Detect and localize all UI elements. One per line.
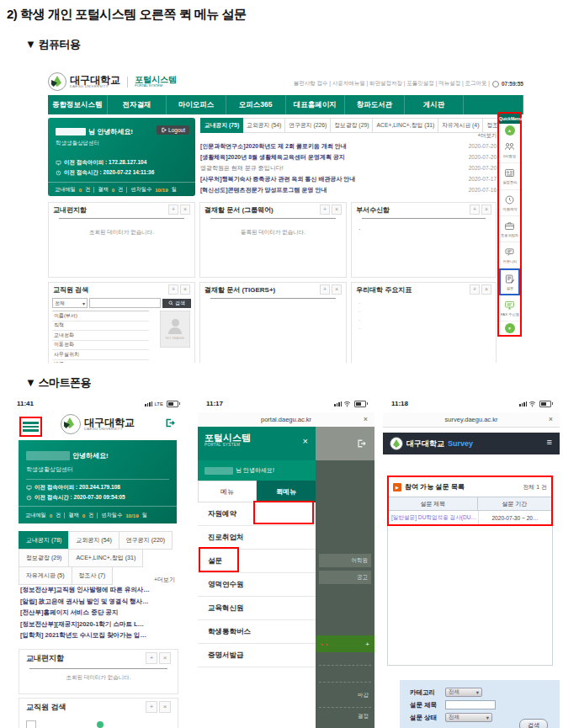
- notice-tab-6[interactable]: 정조사 (7): [72, 566, 114, 585]
- logout-button[interactable]: Logout: [157, 125, 189, 135]
- widget-add-button[interactable]: +: [168, 284, 178, 295]
- notice-tab-1[interactable]: 교외공지 (54): [68, 531, 119, 550]
- browser-url-bar[interactable]: portal.daegu.ac.kr ×: [198, 412, 374, 428]
- notice-row[interactable]: [인문과학연구소]2020학년도 제 2회 콜로키움 개최 안내 2020-07…: [200, 141, 497, 151]
- survey-title-input[interactable]: [445, 700, 496, 709]
- survey-link[interactable]: [일반설문] DU학업적응 검사(DU…: [389, 511, 478, 524]
- notice-tab-0[interactable]: 교내공지 (78): [19, 531, 69, 550]
- close-icon[interactable]: ×: [364, 415, 368, 423]
- widget-add-button[interactable]: +: [470, 205, 480, 215]
- notice-title[interactable]: [정보전산부]교직원 인사발령에 따른 유의사…: [20, 586, 182, 598]
- notice-title[interactable]: [인문과학연구소]2020학년도 제 2회 콜로키움 개최 안내: [200, 142, 347, 151]
- widget-add-button[interactable]: +: [470, 284, 480, 295]
- notice-row[interactable]: [사무처]행복기숙사 증축공사 관련 옥외 통신 배관공사 안내 2020-07…: [200, 173, 497, 184]
- nav-item-2[interactable]: 마이오피스: [167, 95, 226, 114]
- more-link[interactable]: +더보기: [477, 132, 497, 140]
- widget-close-button[interactable]: ×: [159, 701, 171, 713]
- notice-tab-3[interactable]: 정보광장 (29): [331, 118, 373, 133]
- more-link[interactable]: +더보기: [154, 576, 175, 584]
- notice-title[interactable]: [전산부]홈페이지 서비스 중단 공지: [20, 608, 182, 620]
- notice-tab-2[interactable]: 연구공지 (226): [285, 118, 331, 133]
- notice-title[interactable]: [정보전산부][재공지]2020-1학기 스마트 L…: [20, 620, 182, 632]
- widget-close-button[interactable]: ×: [159, 652, 171, 664]
- hamburger-menu-annotation-red-box[interactable]: [19, 417, 42, 437]
- close-icon[interactable]: ×: [549, 415, 553, 423]
- widget-close-button[interactable]: ×: [481, 284, 491, 295]
- quickmenu-item-career-center[interactable]: 진로취업처: [499, 216, 520, 242]
- quickmenu-item-fax-inbox[interactable]: FAX 수신함: [499, 295, 520, 321]
- widget-close-button[interactable]: ×: [332, 205, 342, 215]
- notice-row[interactable]: [생활체육]2020년 8월 생활체육교육센터 운영계획 공지 2020-07-…: [200, 151, 497, 162]
- notice-row[interactable]: 영광학원은 현재 분규 중입니다! 2020-07-20: [200, 162, 497, 173]
- widget-close-button[interactable]: ×: [180, 205, 190, 215]
- notice-tab-4[interactable]: ACE+,LINC+,창업 (31): [373, 118, 438, 133]
- mail-count: 0: [79, 187, 82, 193]
- leave-days-label[interactable]: 연차일수: [101, 512, 122, 519]
- notice-tab-4[interactable]: ACE+,LINC+,창업 (31): [68, 549, 143, 567]
- notice-title[interactable]: [사무처]행복기숙사 증축공사 관련 옥외 통신 배관공사 안내: [200, 175, 355, 183]
- mail-count-label[interactable]: 교내메일: [25, 512, 46, 519]
- drawer-item-yeongdeok-center[interactable]: 영덕연수원: [198, 573, 316, 597]
- quickmenu-scroll-down-button[interactable]: ▼: [505, 323, 515, 333]
- survey-table-row[interactable]: [일반설문] DU학업적응 검사(DU… 2020-07-30 ~ 20…: [389, 511, 551, 524]
- notice-title[interactable]: [생활체육]2020년 8월 생활체육교육센터 운영계획 공지: [200, 153, 345, 162]
- nav-item-5[interactable]: 창파도서관: [345, 95, 405, 114]
- widget-add-button[interactable]: +: [168, 205, 178, 215]
- drawer-item-career-center[interactable]: 진로취업처: [198, 526, 316, 550]
- status-select[interactable]: 전체▾: [445, 713, 492, 722]
- approval-count-label[interactable]: 결재: [98, 186, 108, 194]
- widget-add-button[interactable]: +: [146, 701, 157, 713]
- category-select[interactable]: 전체▾: [445, 688, 482, 697]
- browser-url-bar[interactable]: survey.daegu.ac.kr ×: [383, 412, 560, 428]
- notice-tab-3[interactable]: 정보광장 (29): [19, 549, 69, 567]
- quickmenu-item-du-plaza[interactable]: DU광장: [499, 137, 520, 163]
- drawer-tab-quickmenu[interactable]: 퀵메뉴: [257, 481, 316, 502]
- widget-add-button[interactable]: +: [146, 652, 157, 664]
- mail-count-label[interactable]: 교내메일: [55, 186, 76, 194]
- drawer-item-certificate-issue[interactable]: 증명서발급: [198, 644, 316, 667]
- notice-title[interactable]: [입학처] 2021학년도 수시모집 찾아가는 입…: [20, 631, 182, 643]
- utility-links-text[interactable]: 불편사항 접수 | 사용자매뉴얼 | 화면설정저장 | 포틀릿설정 | 메뉴설정…: [294, 80, 490, 88]
- drawer-item-resource-reservation[interactable]: 자원예약: [198, 502, 316, 526]
- notice-row[interactable]: [혁신선도]콘텐츠전문가 양성프로그램 운영 안내 2020-07-16: [200, 184, 497, 195]
- approval-count-label[interactable]: 결재: [68, 512, 78, 519]
- quickmenu-item-schedule[interactable]: 일정관리: [499, 163, 520, 189]
- widget-close-button[interactable]: ×: [332, 284, 342, 295]
- notice-tab-1[interactable]: 교외공지 (54): [243, 118, 285, 133]
- widget-close-button[interactable]: ×: [481, 205, 491, 215]
- quickmenu-item-survey-annotation-blue-box[interactable]: 설문: [499, 268, 520, 295]
- widget-add-button[interactable]: +: [320, 284, 330, 295]
- quickmenu-item-resource-reservation[interactable]: 자원예약: [499, 190, 520, 216]
- drawer-item-student-bus[interactable]: 학생통학버스: [198, 620, 316, 644]
- quickmenu-item-community[interactable]: 커뮤니티: [499, 242, 520, 268]
- widget-close-button[interactable]: ×: [180, 284, 190, 295]
- notice-title[interactable]: [혁신선도]콘텐츠전문가 양성프로그램 운영 안내: [200, 186, 327, 194]
- notice-tab-5[interactable]: 자유게시판 (4): [438, 118, 483, 133]
- notice-title[interactable]: [알림] 故고은애 권사님 발인 및 영결식 행사…: [20, 598, 182, 609]
- drawer-item-survey[interactable]: 설문: [198, 550, 316, 573]
- notice-tab-5[interactable]: 자유게시판 (5): [19, 566, 72, 585]
- hamburger-menu-icon[interactable]: ≡: [547, 437, 552, 447]
- nav-item-3[interactable]: 오피스365: [226, 95, 286, 114]
- staff-scope-select[interactable]: 전체▾: [52, 298, 88, 308]
- nav-item-6[interactable]: 게시판: [405, 95, 465, 114]
- utility-links[interactable]: 불편사항 접수 | 사용자매뉴얼 | 화면설정저장 | 포틀릿설정 | 메뉴설정…: [294, 80, 523, 88]
- close-icon[interactable]: ×: [303, 436, 308, 446]
- drawer-tab-menu[interactable]: 메뉴: [198, 481, 257, 502]
- logout-button[interactable]: [164, 417, 175, 428]
- staff-search-button[interactable]: 검색: [162, 299, 191, 308]
- staff-search-input[interactable]: [89, 298, 161, 308]
- field-label: 비고: [52, 360, 93, 363]
- notice-tab-2[interactable]: 연구공지 (220): [119, 531, 173, 550]
- nav-item-1[interactable]: 전자결재: [108, 95, 167, 114]
- nav-item-0[interactable]: 종합정보시스템: [48, 95, 108, 114]
- nav-item-4[interactable]: 대표홈페이지: [286, 95, 346, 114]
- checkbox[interactable]: [26, 720, 36, 728]
- search-button[interactable]: 검색: [519, 719, 548, 728]
- quickmenu-scroll-up-button[interactable]: ▲: [505, 125, 515, 136]
- notice-title[interactable]: 영광학원은 현재 분규 중입니다!: [200, 164, 284, 173]
- leave-days-label[interactable]: 연차일수: [130, 186, 151, 194]
- widget-add-button[interactable]: +: [320, 205, 330, 215]
- notice-tab-0[interactable]: 교내공지 (75): [200, 118, 243, 133]
- drawer-item-education-innovation[interactable]: 교육혁신원: [198, 597, 316, 620]
